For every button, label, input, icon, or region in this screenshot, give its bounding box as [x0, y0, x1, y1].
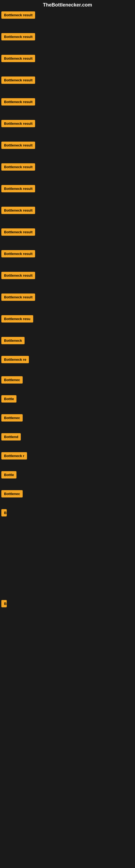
list-item: Bottleneck result	[1, 98, 35, 106]
bottleneck-badge: Bottlend	[1, 433, 21, 440]
bottleneck-badge: Bottleneck result	[1, 76, 35, 84]
list-item: Bottleneck result	[1, 76, 35, 85]
list-item: B	[1, 600, 7, 609]
list-item: Bottleneck result	[1, 163, 35, 172]
bottleneck-badge: Bottleneck result	[1, 120, 35, 127]
bottleneck-badge: Bottleneck result	[1, 33, 35, 40]
list-item: Bottleneck result	[1, 120, 35, 128]
bottleneck-badge: Bottleneck result	[1, 142, 35, 149]
list-item: Bottleneck result	[1, 293, 35, 302]
bottleneck-badge: B	[1, 600, 7, 607]
list-item: Bottleneck result	[1, 11, 35, 20]
list-item: Bottleneck result	[1, 250, 35, 258]
bottleneck-badge: Bottleneck result	[1, 55, 35, 62]
list-item: Bottlenec	[1, 490, 23, 499]
list-item: Bottleneck	[1, 337, 25, 345]
bottleneck-badge: Bottlenec	[1, 376, 23, 383]
list-item: Bottleneck result	[1, 142, 35, 150]
bottleneck-badge: Bottlenec	[1, 414, 23, 422]
list-item: Bottleneck result	[1, 207, 35, 215]
site-title: TheBottlenecker.com	[0, 0, 135, 10]
list-item: Bottle	[1, 395, 16, 404]
bottleneck-badge: Bottleneck result	[1, 250, 35, 257]
bottleneck-badge: Bottleneck result	[1, 293, 35, 301]
list-item: B	[1, 509, 7, 518]
bottleneck-badge: Bottleneck result	[1, 185, 35, 192]
bottleneck-badge: B	[1, 509, 7, 517]
list-item: Bottleneck result	[1, 33, 35, 41]
bottleneck-badge: Bottleneck	[1, 337, 25, 344]
bottleneck-badge: Bottlenec	[1, 490, 23, 497]
list-item: Bottleneck re	[1, 356, 29, 364]
list-item: Bottleneck result	[1, 185, 35, 193]
bottleneck-badge: Bottle	[1, 395, 16, 403]
bottleneck-badge: Bottleneck result	[1, 98, 35, 105]
list-item: Bottleneck result	[1, 272, 35, 280]
list-item: Bottleneck resu	[1, 315, 33, 323]
bottleneck-badge: Bottleneck re	[1, 356, 29, 363]
bottleneck-badge: Bottleneck result	[1, 11, 35, 19]
list-item: Bottlenec	[1, 376, 23, 384]
list-item: Bottleneck r	[1, 452, 27, 461]
bottleneck-badge: Bottleneck r	[1, 452, 27, 460]
list-item: Bottlenec	[1, 414, 23, 423]
bottleneck-badge: Bottleneck result	[1, 207, 35, 214]
bottleneck-badge: Bottleneck result	[1, 228, 35, 236]
items-container: Bottleneck resultBottleneck resultBottle…	[0, 10, 135, 867]
list-item: Bottleneck result	[1, 228, 35, 237]
list-item: Bottlend	[1, 433, 21, 442]
bottleneck-badge: Bottleneck result	[1, 163, 35, 170]
list-item: Bottle	[1, 471, 16, 479]
bottleneck-badge: Bottle	[1, 471, 16, 478]
list-item: Bottleneck result	[1, 55, 35, 63]
bottleneck-badge: Bottleneck result	[1, 272, 35, 279]
bottleneck-badge: Bottleneck resu	[1, 315, 33, 322]
